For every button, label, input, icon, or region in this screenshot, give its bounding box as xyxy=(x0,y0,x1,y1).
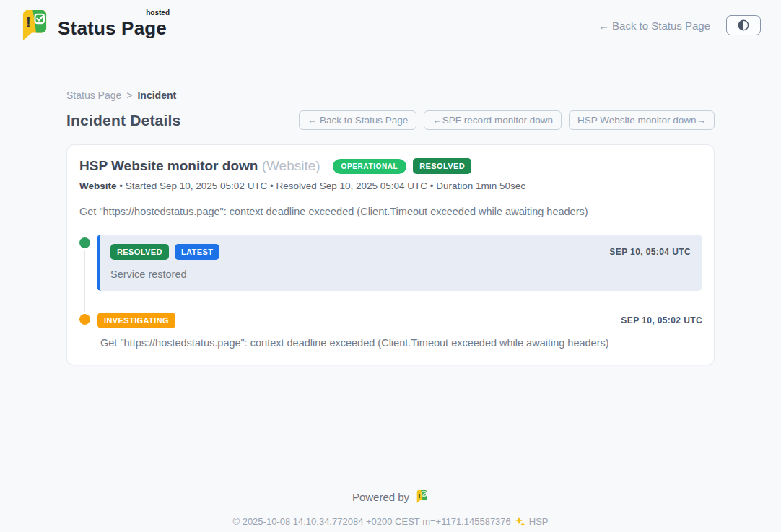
latest-badge: LATEST xyxy=(175,244,219,260)
timeline-message: Get "https://hostedstatus.page": context… xyxy=(97,337,702,349)
theme-toggle-button[interactable] xyxy=(726,15,761,35)
operational-badge: OPERATIONAL xyxy=(333,159,407,174)
sparkles-icon xyxy=(515,516,525,527)
statuspage-logo-icon[interactable]: ! xyxy=(415,489,429,504)
timeline-timestamp: SEP 10, 05:04 UTC xyxy=(609,247,691,257)
incident-nav-buttons: ← Back to Status Page ←SPF record monito… xyxy=(299,110,715,130)
breadcrumb-status-page[interactable]: Status Page xyxy=(66,90,121,101)
timeline-item-header: INVESTIGATING SEP 10, 05:02 UTC xyxy=(97,313,702,328)
main-content: Status Page>Incident Incident Details ← … xyxy=(66,90,715,527)
incident-meta: Website • Started Sep 10, 2025 05:02 UTC… xyxy=(79,180,702,191)
timeline-dot-orange xyxy=(79,314,90,325)
breadcrumb: Status Page>Incident xyxy=(66,90,715,101)
brand-name: Status Page hosted xyxy=(58,12,167,40)
timeline-item-header: RESOLVED LATEST SEP 10, 05:04 UTC xyxy=(110,244,691,260)
incident-component: (Website) xyxy=(262,158,320,173)
incident-card-title-row: HSP Website monitor down (Website) OPERA… xyxy=(79,158,702,174)
svg-text:!: ! xyxy=(26,14,31,30)
timeline-timestamp: SEP 10, 05:02 UTC xyxy=(621,315,702,326)
header-back-link[interactable]: ← Back to Status Page xyxy=(598,19,710,32)
page: ! Status Page hosted ← Back to Status Pa… xyxy=(0,0,781,532)
timeline-highlight-box: RESOLVED LATEST SEP 10, 05:04 UTC Servic… xyxy=(97,235,702,291)
brand-superscript: hosted xyxy=(146,9,170,17)
incident-timeline: RESOLVED LATEST SEP 10, 05:04 UTC Servic… xyxy=(79,235,702,349)
header-actions: ← Back to Status Page xyxy=(598,15,761,35)
page-title: Incident Details xyxy=(66,112,180,129)
copyright: © 2025-10-08 14:10:34.772084 +0200 CEST … xyxy=(66,516,715,527)
incident-card: HSP Website monitor down (Website) OPERA… xyxy=(66,144,715,365)
incident-title: HSP Website monitor down (Website) xyxy=(79,158,320,174)
breadcrumb-incident: Incident xyxy=(137,90,176,101)
next-incident-button[interactable]: HSP Website monitor down→ xyxy=(569,110,715,130)
incident-meta-details: • Started Sep 10, 2025 05:02 UTC • Resol… xyxy=(117,180,526,191)
title-row: Incident Details ← Back to Status Page ←… xyxy=(66,110,715,130)
back-to-status-page-button[interactable]: ← Back to Status Page xyxy=(299,110,417,130)
half-circle-icon xyxy=(737,19,750,32)
powered-by-label: Powered by xyxy=(352,491,409,503)
incident-description: Get "https://hostedstatus.page": context… xyxy=(79,206,702,217)
powered-by: Powered by ! xyxy=(66,489,715,504)
resolved-badge: RESOLVED xyxy=(413,158,471,174)
timeline-item-resolved: RESOLVED LATEST SEP 10, 05:04 UTC Servic… xyxy=(97,235,702,291)
timeline-item-investigating: INVESTIGATING SEP 10, 05:02 UTC Get "htt… xyxy=(97,313,702,349)
statuspage-logo-icon: ! xyxy=(19,9,51,42)
investigating-badge: INVESTIGATING xyxy=(97,313,175,328)
breadcrumb-separator: > xyxy=(126,90,132,101)
copyright-suffix: HSP xyxy=(529,516,549,527)
timeline-dot-green xyxy=(79,237,90,248)
timeline-connector-line xyxy=(84,243,85,321)
prev-incident-button[interactable]: ←SPF record monitor down xyxy=(424,110,562,130)
brand-logo[interactable]: ! Status Page hosted xyxy=(19,9,167,42)
timeline-message: Service restored xyxy=(110,269,691,280)
resolved-badge: RESOLVED xyxy=(110,244,169,260)
svg-text:!: ! xyxy=(418,492,420,500)
site-footer: Powered by ! © 2025-10-08 14:10:34.77208… xyxy=(66,489,715,527)
site-header: ! Status Page hosted ← Back to Status Pa… xyxy=(0,0,781,42)
incident-meta-component: Website xyxy=(79,180,117,191)
copyright-text: © 2025-10-08 14:10:34.772084 +0200 CEST … xyxy=(232,516,510,527)
